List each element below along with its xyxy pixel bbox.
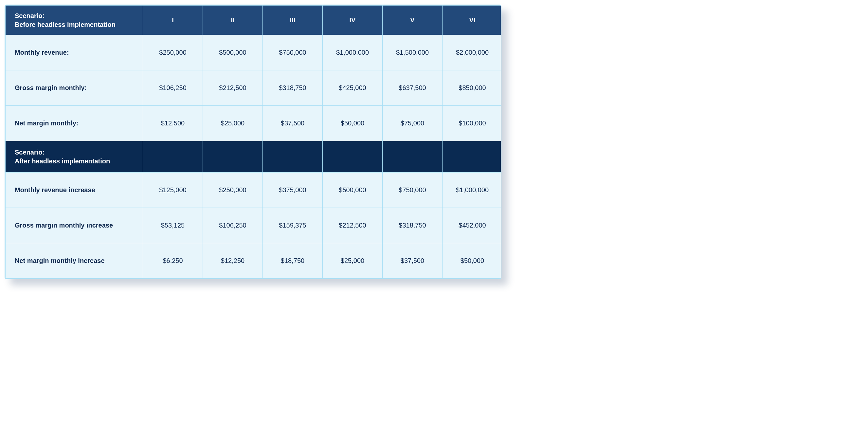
scenario-table: Scenario: Before headless implementation…	[5, 5, 501, 278]
cell-value: $1,000,000	[442, 173, 502, 208]
section2-col-blank	[442, 141, 502, 173]
cell-value: $375,000	[263, 173, 323, 208]
section1-header-row: Scenario: Before headless implementation…	[6, 6, 502, 35]
section2-col-blank	[382, 141, 442, 173]
section2-col-blank	[203, 141, 263, 173]
cell-value: $452,000	[442, 208, 502, 243]
col-header-2: II	[203, 6, 263, 35]
col-header-6: VI	[442, 6, 502, 35]
cell-value: $637,500	[382, 70, 442, 106]
cell-value: $25,000	[203, 106, 263, 141]
section2-heading-line2: After headless implementation	[15, 157, 143, 166]
section2-col-blank	[263, 141, 323, 173]
cell-value: $212,500	[323, 208, 382, 243]
cell-value: $1,500,000	[382, 35, 442, 70]
cell-value: $6,250	[143, 243, 203, 278]
table-row: Gross margin monthly: $106,250 $212,500 …	[6, 70, 502, 106]
row-label: Net margin monthly increase	[6, 243, 143, 278]
cell-value: $106,250	[203, 208, 263, 243]
table-row: Net margin monthly: $12,500 $25,000 $37,…	[6, 106, 502, 141]
cell-value: $750,000	[382, 173, 442, 208]
col-header-1: I	[143, 6, 203, 35]
row-label: Gross margin monthly:	[6, 70, 143, 106]
section2-header-row: Scenario: After headless implementation	[6, 141, 502, 173]
cell-value: $1,000,000	[323, 35, 382, 70]
cell-value: $250,000	[143, 35, 203, 70]
table-row: Net margin monthly increase $6,250 $12,2…	[6, 243, 502, 278]
section2-col-blank	[323, 141, 382, 173]
cell-value: $850,000	[442, 70, 502, 106]
cell-value: $12,500	[143, 106, 203, 141]
cell-value: $500,000	[323, 173, 382, 208]
row-label: Net margin monthly:	[6, 106, 143, 141]
cell-value: $50,000	[323, 106, 382, 141]
cell-value: $100,000	[442, 106, 502, 141]
cell-value: $318,750	[382, 208, 442, 243]
cell-value: $2,000,000	[442, 35, 502, 70]
cell-value: $500,000	[203, 35, 263, 70]
section2-heading-line1: Scenario:	[15, 148, 143, 157]
section2-heading: Scenario: After headless implementation	[6, 141, 143, 173]
table-row: Gross margin monthly increase $53,125 $1…	[6, 208, 502, 243]
row-label: Monthly revenue:	[6, 35, 143, 70]
cell-value: $212,500	[203, 70, 263, 106]
row-label: Gross margin monthly increase	[6, 208, 143, 243]
table-row: Monthly revenue increase $125,000 $250,0…	[6, 173, 502, 208]
cell-value: $25,000	[323, 243, 382, 278]
cell-value: $18,750	[263, 243, 323, 278]
col-header-4: IV	[323, 6, 382, 35]
col-header-5: V	[382, 6, 442, 35]
section1-heading: Scenario: Before headless implementation	[6, 6, 143, 35]
section1-heading-line2: Before headless implementation	[15, 20, 143, 29]
cell-value: $50,000	[442, 243, 502, 278]
table-row: Monthly revenue: $250,000 $500,000 $750,…	[6, 35, 502, 70]
cell-value: $37,500	[382, 243, 442, 278]
cell-value: $125,000	[143, 173, 203, 208]
section1-heading-line1: Scenario:	[15, 11, 143, 20]
col-header-3: III	[263, 6, 323, 35]
section2-col-blank	[143, 141, 203, 173]
cell-value: $37,500	[263, 106, 323, 141]
cell-value: $12,250	[203, 243, 263, 278]
scenario-table-container: Scenario: Before headless implementation…	[5, 5, 501, 279]
cell-value: $250,000	[203, 173, 263, 208]
cell-value: $318,750	[263, 70, 323, 106]
row-label: Monthly revenue increase	[6, 173, 143, 208]
cell-value: $425,000	[323, 70, 382, 106]
cell-value: $159,375	[263, 208, 323, 243]
cell-value: $750,000	[263, 35, 323, 70]
cell-value: $106,250	[143, 70, 203, 106]
cell-value: $75,000	[382, 106, 442, 141]
cell-value: $53,125	[143, 208, 203, 243]
